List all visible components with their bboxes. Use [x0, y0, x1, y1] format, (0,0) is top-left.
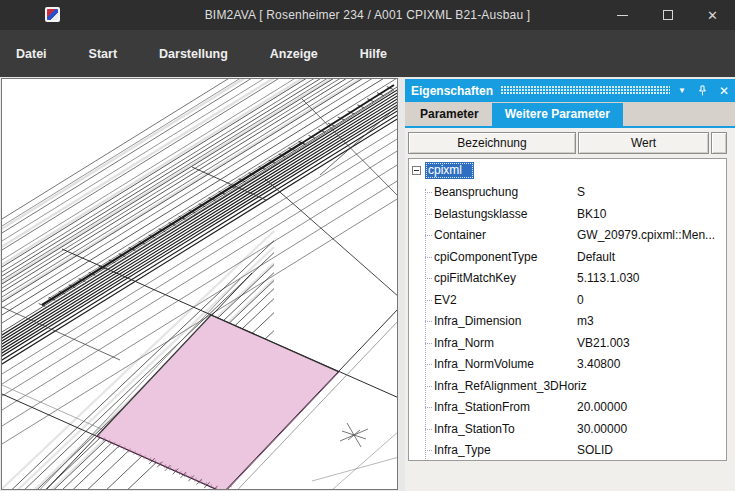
column-header-bezeichnung[interactable]: Bezeichnung: [408, 132, 576, 154]
titlebar[interactable]: BIM2AVA [ Rosenheimer 234 / A001 CPIXML …: [0, 0, 735, 30]
panel-grip-texture: [501, 86, 670, 95]
panel-close-button[interactable]: ✕: [719, 85, 729, 97]
pin-icon: [697, 85, 708, 96]
maximize-icon: [663, 10, 673, 20]
menu-start[interactable]: Start: [75, 47, 131, 61]
column-headers: Bezeichnung Wert: [408, 132, 727, 154]
property-value: GW_20979.cpixml::Men...: [577, 225, 715, 247]
axes-gizmo: [340, 423, 368, 447]
chevron-down-icon: ▼: [678, 87, 686, 95]
property-row[interactable]: BelastungsklasseBK10: [409, 204, 726, 226]
property-value: 5.113.1.030: [577, 268, 640, 290]
tab-weitere-parameter[interactable]: Weitere Parameter: [492, 103, 623, 126]
menu-anzeige[interactable]: Anzeige: [256, 47, 332, 61]
tab-parameter[interactable]: Parameter: [407, 103, 492, 126]
panel-pin-button[interactable]: [697, 85, 708, 96]
close-icon: ✕: [707, 9, 718, 22]
property-row[interactable]: cpiComponentTypeDefault: [409, 247, 726, 269]
property-row[interactable]: Infra_NormVolume3.40800: [409, 354, 726, 376]
property-label: Container: [434, 228, 486, 242]
panel-header[interactable]: Eigenschaften ▼ ✕: [405, 79, 735, 102]
property-value: m3: [577, 311, 594, 333]
wireframe-model: [2, 79, 397, 489]
property-value: 30.00000: [577, 419, 627, 441]
property-row[interactable]: cpiFitMatchKey5.113.1.030: [409, 268, 726, 290]
minimize-icon: [617, 15, 628, 16]
property-label: Infra_Norm: [434, 336, 494, 350]
property-row[interactable]: ContainerGW_20979.cpixml::Men...: [409, 225, 726, 247]
property-row[interactable]: Infra_RefAlignment_3DHoriz: [409, 376, 726, 398]
menubar: Datei Start Darstellung Anzeige Hilfe: [0, 30, 735, 77]
collapse-icon[interactable]: [412, 166, 421, 175]
panel-close-icon: ✕: [719, 85, 729, 97]
minimize-button[interactable]: [600, 0, 645, 30]
menu-darstellung[interactable]: Darstellung: [145, 47, 242, 61]
panel-body: Bezeichnung Wert cpixml BeanspruchungS B…: [405, 128, 727, 491]
menu-datei[interactable]: Datei: [2, 47, 61, 61]
property-label: Beanspruchung: [434, 185, 518, 199]
panel-title: Eigenschaften: [411, 84, 493, 98]
property-label: EV2: [434, 293, 457, 307]
tree-root-row[interactable]: cpixml: [409, 159, 726, 182]
3d-viewport[interactable]: [1, 78, 398, 490]
property-value: SOLID: [577, 440, 613, 461]
property-row[interactable]: EV20: [409, 290, 726, 312]
property-row[interactable]: Infra_Dimensionm3: [409, 311, 726, 333]
menu-hilfe[interactable]: Hilfe: [346, 47, 401, 61]
property-row[interactable]: Infra_StationTo30.00000: [409, 419, 726, 441]
selected-solid[interactable]: [97, 315, 339, 489]
property-label: Infra_RefAlignment_3DHoriz: [434, 379, 587, 393]
property-value: S: [577, 182, 585, 204]
property-tree: cpixml BeanspruchungS BelastungsklasseBK…: [408, 158, 727, 461]
property-label: Infra_Dimension: [434, 314, 521, 328]
maximize-button[interactable]: [645, 0, 690, 30]
property-label: Belastungsklasse: [434, 207, 527, 221]
property-value: VB21.003: [577, 333, 630, 355]
property-value: 3.40800: [577, 354, 620, 376]
property-label: cpiComponentType: [434, 250, 537, 264]
property-label: Infra_NormVolume: [434, 357, 534, 371]
panel-menu-button[interactable]: ▼: [678, 87, 686, 95]
property-label: cpiFitMatchKey: [434, 271, 516, 285]
app-window: BIM2AVA [ Rosenheimer 234 / A001 CPIXML …: [0, 0, 735, 491]
properties-panel: Eigenschaften ▼ ✕ Parameter Weitere Para…: [405, 79, 735, 491]
column-header-stub: [711, 132, 727, 154]
property-label: Infra_StationFrom: [434, 400, 530, 414]
property-row[interactable]: BeanspruchungS: [409, 182, 726, 204]
property-label: Infra_StationTo: [434, 422, 515, 436]
property-value: Default: [577, 247, 615, 269]
close-button[interactable]: ✕: [690, 0, 735, 30]
property-label: Infra_Type: [434, 443, 491, 457]
property-value: 0: [577, 290, 584, 312]
property-row[interactable]: Infra_StationFrom20.00000: [409, 397, 726, 419]
tree-root-label[interactable]: cpixml: [425, 162, 474, 179]
property-row[interactable]: Infra_NormVB21.003: [409, 333, 726, 355]
property-value: 20.00000: [577, 397, 627, 419]
column-header-wert[interactable]: Wert: [578, 132, 709, 154]
property-value: BK10: [577, 204, 606, 226]
property-row[interactable]: Infra_TypeSOLID: [409, 440, 726, 461]
panel-tabbar: Parameter Weitere Parameter: [405, 102, 735, 126]
